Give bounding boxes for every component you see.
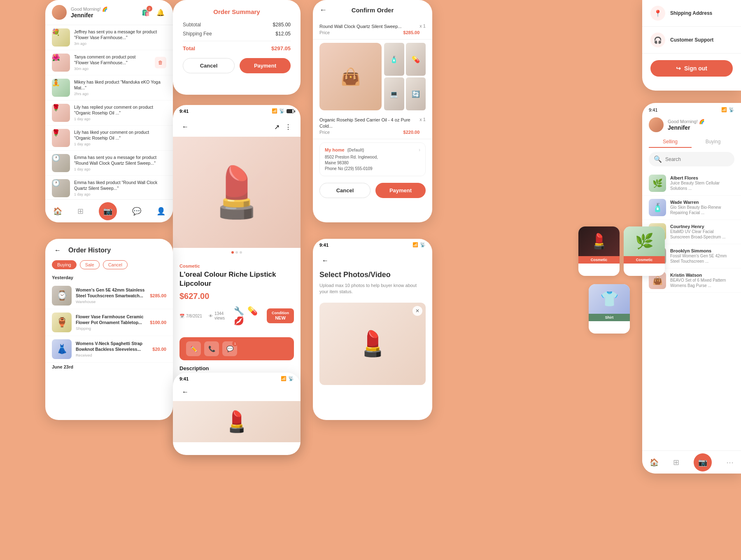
edit-action-button[interactable]: ✏️ [186,341,201,356]
mini-product-image: 💄 [173,401,301,442]
mini-product-label-2: Cosmetic [624,256,665,264]
subtotal-row: Subtotal $285.00 [183,22,291,28]
product-image: 💄 [173,137,301,248]
list-item[interactable]: 🌿 Albert Flores Juice Beauty Stem Cellul… [642,171,741,196]
status-icons: 📶 📡 [721,107,734,112]
notification-button[interactable]: 🔔 [155,7,166,18]
order-summary-content: Order Summary Subtotal $285.00 Shipping … [173,0,301,82]
more-button[interactable]: ⋮ [282,121,294,133]
tab-cancel[interactable]: Cancel [103,260,128,269]
list-item: 🌹 Lily has liked your comment on product… [45,126,173,151]
image-dots [173,251,301,254]
payment-button[interactable]: Payment [240,58,291,73]
notif-time: 1 day ago [74,117,166,121]
chat-nav-button[interactable]: 💬 [132,207,141,216]
cancel-button[interactable]: Cancel [183,58,235,73]
seller-info: Brooklyn Simmons Fossil Women's Gen 5E 4… [670,248,734,264]
app-header: Good Morning! 🌈 Jennifer [642,114,741,136]
select-photos-title-block: Select Photos/Video [313,271,432,282]
grid-nav-button[interactable]: ⊞ [673,458,679,467]
notif-thumb: 🕐 [52,154,70,172]
seller-info: Wade Warren Glo Skin Beauty Bio-Renew Re… [670,200,734,215]
signout-button[interactable]: ↪ Sign out [650,60,733,77]
signout-icon: ↪ [676,65,681,72]
camera-nav-button[interactable]: 📷 [694,453,712,471]
profile-nav-button[interactable]: 👤 [156,207,165,216]
order-history-header: ← Order History [45,239,173,260]
brand-icon-1: 🔧 [234,306,244,315]
notif-time: 1 day ago [74,167,166,171]
home-nav-button[interactable]: 🏠 [53,207,62,216]
back-button[interactable]: ← [179,121,191,133]
search-bar: 🔍 [649,152,734,166]
message-action-button[interactable]: 💬 1 [222,341,237,356]
confirm-item-2-details: Organic Rosehip Seed Carrier Oil - 4 oz … [319,117,419,135]
search-icon: 🔍 [654,155,662,163]
notif-message: Tanya comment on product post "Flower Va… [74,54,151,65]
tab-buying[interactable]: Buying [52,260,77,269]
search-input[interactable] [665,156,729,162]
share-button[interactable]: ↗ [271,121,282,133]
tab-sale[interactable]: Sale [80,260,100,269]
notif-thumb: 🧘 [52,79,70,97]
back-button[interactable]: ← [179,386,191,398]
wifi-icon: 📡 [420,242,426,247]
brand-icon-3: 💋 [234,316,244,325]
close-photo-button[interactable]: ✕ [412,306,422,316]
seller-info: Albert Flores Juice Beauty Stem Cellular… [670,175,734,191]
grid-nav-button[interactable]: ⊞ [77,207,84,216]
status-bar: 9:41 📶 📡 [173,105,301,115]
confirm-action-buttons: Cancel Payment [313,183,432,205]
list-item[interactable]: 🧴 Wade Warren Glo Skin Beauty Bio-Renew … [642,196,741,220]
list-item: ⌚ Women's Gen 5E 42mm Stainless Steel To… [45,282,173,309]
back-button[interactable]: ← [52,245,63,256]
back-button[interactable]: ← [319,6,327,14]
phone-action-button[interactable]: 📞 [204,341,219,356]
more-nav-button[interactable]: ⋯ [726,458,734,467]
mini-shirt-card[interactable]: 👕 Shirt [589,284,630,334]
order-history-card: ← Order History Buying Sale Cancel Yeste… [45,239,173,420]
select-photos-subtitle: Upload max 10 photos to help buyer know … [313,282,432,299]
photo-upload-area[interactable]: 💄 ✕ [319,303,426,385]
seller-info: Courtney Henry EltaMD UV Clear Facial Su… [670,224,734,240]
address-label: My home (Default) [325,147,364,152]
list-item: 🕐 Emma has liked product "Round Wall Clo… [45,176,173,201]
support-icon: 🎧 [650,33,665,47]
tab-buying[interactable]: Buying [692,136,734,148]
cancel-button[interactable]: Cancel [319,183,370,198]
notif-time: 1 day ago [74,192,166,196]
address-text: 8502 Preston Rd. Inglewood, Maine 98380 … [325,154,420,172]
notif-thumb: 🌺 [52,54,70,72]
notif-text: Jeffrey has sent you a message for produ… [74,29,166,45]
total-row: Total $297.05 [183,45,291,51]
item-1-price-row: Price $285.00 [319,29,419,36]
camera-nav-button[interactable]: 📷 [99,202,117,220]
product-name: L'oreal Colour Riche Lipstick Lipcolour [179,270,294,288]
delete-notification-button[interactable]: 🗑 [155,57,166,68]
shipping-address-item[interactable]: 📍 Shipping Address [642,0,741,27]
item-status: Warehouse [76,299,146,304]
notif-message: Lily has replied your comment on product… [74,105,166,116]
confirm-header: ← Confirm Order [313,0,432,20]
notif-text: Lily has liked your comment on product "… [74,130,166,146]
home-nav-button[interactable]: 🏠 [650,458,659,467]
notif-thumb: 🌹 [52,104,70,122]
customer-support-item[interactable]: 🎧 Customer Support [642,27,741,54]
seller-info: Kristin Watson BEAVO Set of 6 Mixed Patt… [670,273,734,288]
item-2-name: Organic Rosehip Seed Carrier Oil - 4 oz … [319,117,416,129]
user-name: Jennifer [71,12,136,19]
product-info: Cosmetic L'oreal Colour Riche Lipstick L… [173,257,301,337]
payment-button[interactable]: Payment [375,183,426,198]
tab-selling[interactable]: Selling [649,136,692,148]
back-button[interactable]: ← [319,255,331,266]
status-bar: 9:41 📶 📡 [642,103,741,114]
confirm-images: 👜 🧴 💊 💻 🔄 [313,40,432,114]
notif-text: Mikey has liked product "Manduka eKO Yog… [74,79,166,96]
mini-cosmetic-card-1[interactable]: 💄 Cosmetic [578,226,620,276]
time-display: 9:41 [319,243,329,247]
notif-message: Lily has liked your comment on product "… [74,130,166,141]
cart-button[interactable]: 🛍️ 2 [140,7,151,18]
brand-icon-2: 💊 [247,306,258,315]
mini-cosmetic-card-2[interactable]: 🌿 Cosmetic [624,226,665,276]
select-photos-header: ← [313,249,432,271]
